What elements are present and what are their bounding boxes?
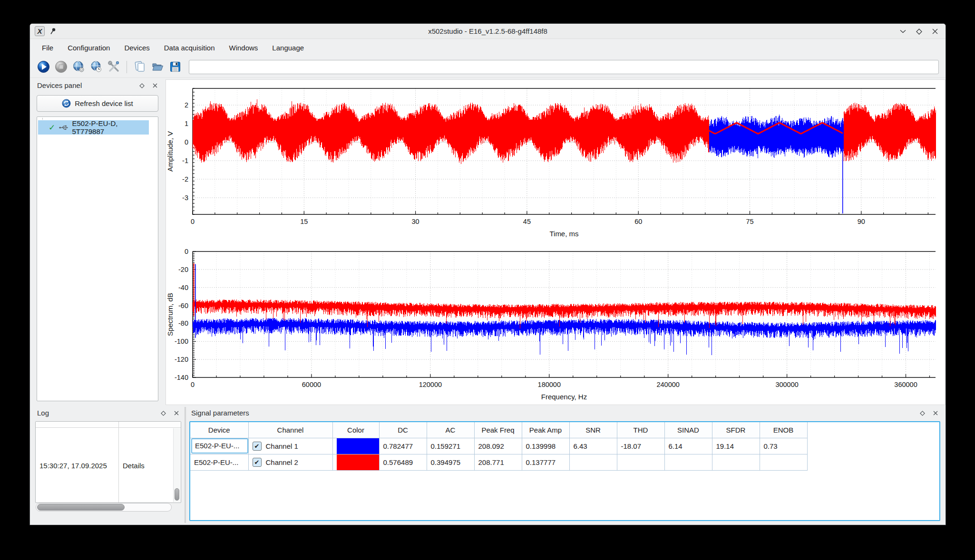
ac-cell: 0.159271 <box>427 438 474 454</box>
color-cell[interactable] <box>332 454 379 470</box>
menu-language[interactable]: Language <box>266 41 310 55</box>
svg-text:-1: -1 <box>182 157 188 164</box>
col-sinad[interactable]: SINAD <box>664 422 712 438</box>
device-cell[interactable]: E502-P-EU-... <box>190 438 248 454</box>
svg-text:30: 30 <box>412 218 419 225</box>
table-row: E502-P-EU-... ✔ Channel 2 0.576489 0.394… <box>190 454 807 470</box>
svg-text:240000: 240000 <box>656 381 679 388</box>
panel-splitter[interactable] <box>185 407 186 523</box>
refresh-icon <box>62 99 71 108</box>
svg-text:Time, ms: Time, ms <box>549 230 578 238</box>
app-window: X x502studio - E16_v1.2.5-68-g4ff148f8 <box>30 24 946 525</box>
signal-parameters-panel: Signal parameters <box>187 407 943 523</box>
log-panel-header: Log <box>33 407 184 420</box>
svg-text:0: 0 <box>185 248 188 255</box>
col-color[interactable]: Color <box>332 422 379 438</box>
network-settings-icon[interactable] <box>89 60 103 74</box>
signal-panel-close-icon[interactable] <box>932 410 939 416</box>
menu-devices[interactable]: Devices <box>118 41 156 55</box>
channel-2-checkbox[interactable]: ✔ <box>253 458 262 467</box>
device-item-label: E502-P-EU-D, 5T779887 <box>72 119 149 135</box>
channel-1-checkbox[interactable]: ✔ <box>253 442 262 451</box>
svg-text:0: 0 <box>185 138 188 146</box>
signal-panel-float-icon[interactable] <box>919 410 926 416</box>
channel-1-color-swatch <box>337 438 379 454</box>
stop-acquisition-button[interactable] <box>54 60 68 74</box>
window-maximize-icon[interactable] <box>915 28 923 35</box>
log-entry-timestamp: 15:30:27, 17.09.2025 <box>39 462 107 470</box>
device-cell[interactable]: E502-P-EU-... <box>190 454 248 470</box>
signal-table-frame: Device Channel Color DC AC Peak Freq Pea… <box>189 421 940 521</box>
open-file-icon[interactable] <box>151 60 164 74</box>
col-channel[interactable]: Channel <box>248 422 332 438</box>
col-device[interactable]: Device <box>190 422 248 438</box>
svg-text:300000: 300000 <box>775 381 798 388</box>
menu-configuration[interactable]: Configuration <box>61 41 116 55</box>
dc-cell: 0.576489 <box>379 454 427 470</box>
log-table-header <box>36 422 181 428</box>
channel-1-label: Channel 1 <box>266 442 298 450</box>
col-sfdr[interactable]: SFDR <box>712 422 760 438</box>
channel-2-color-swatch <box>337 454 379 470</box>
refresh-device-list-button[interactable]: Refresh device list <box>37 95 158 112</box>
usb-icon <box>59 125 68 131</box>
svg-text:0: 0 <box>191 218 195 225</box>
devices-panel-float-icon[interactable] <box>138 82 145 89</box>
window-shade-icon[interactable] <box>899 28 907 35</box>
device-tree-item[interactable]: ✓ E502-P-EU-D, 5T779887 <box>38 120 149 135</box>
sinad-cell <box>664 454 712 470</box>
network-discover-icon[interactable] <box>72 60 85 74</box>
col-enob[interactable]: ENOB <box>760 422 807 438</box>
desktop-background: X x502studio - E16_v1.2.5-68-g4ff148f8 <box>0 0 975 560</box>
window-titlebar[interactable]: X x502studio - E16_v1.2.5-68-g4ff148f8 <box>30 24 946 39</box>
tools-icon[interactable] <box>107 60 120 74</box>
log-vertical-scrollbar[interactable] <box>173 428 180 502</box>
log-vertical-scrollbar-thumb[interactable] <box>175 488 179 501</box>
spectrum-plot[interactable]: 0600001200001800002400003000003600000-20… <box>166 242 946 406</box>
svg-text:90: 90 <box>858 218 865 225</box>
enob-cell: 0.73 <box>760 438 807 454</box>
log-column-divider <box>118 422 119 502</box>
refresh-device-list-label: Refresh device list <box>75 99 133 107</box>
channel-cell: ✔ Channel 1 <box>248 438 332 454</box>
time-plot[interactable]: 0153045607590210-1-2-3Time, msAmplitude,… <box>166 79 946 242</box>
plots-panel: 0153045607590210-1-2-3Time, msAmplitude,… <box>166 79 946 405</box>
log-panel: Log 15:30:27, 17.09.2025 Details <box>33 407 184 523</box>
menu-bar: File Configuration Devices Data acquisit… <box>30 39 946 56</box>
col-snr[interactable]: SNR <box>569 422 617 438</box>
svg-text:0: 0 <box>191 381 195 388</box>
log-panel-float-icon[interactable] <box>160 410 166 416</box>
col-peak-freq[interactable]: Peak Freq <box>474 422 522 438</box>
col-dc[interactable]: DC <box>379 422 427 438</box>
toolbar <box>30 56 946 78</box>
start-acquisition-button[interactable] <box>37 60 50 74</box>
menu-data-acquisition[interactable]: Data acquisition <box>158 41 221 55</box>
color-cell[interactable] <box>332 438 379 454</box>
svg-text:180000: 180000 <box>538 381 561 388</box>
col-ac[interactable]: AC <box>427 422 474 438</box>
table-row: E502-P-EU-... ✔ Channel 1 0.782477 0.159… <box>190 438 807 454</box>
svg-text:15: 15 <box>300 218 308 225</box>
sfdr-cell: 19.14 <box>712 438 760 454</box>
enob-cell <box>760 454 807 470</box>
save-file-icon[interactable] <box>168 60 182 74</box>
svg-text:-3: -3 <box>182 194 188 202</box>
col-thd[interactable]: THD <box>617 422 664 438</box>
svg-text:120000: 120000 <box>419 381 442 388</box>
copy-data-icon[interactable] <box>133 60 146 74</box>
toolbar-separator <box>127 61 127 73</box>
svg-text:-120: -120 <box>175 356 188 363</box>
devices-panel-close-icon[interactable] <box>152 82 158 89</box>
window-close-icon[interactable] <box>931 28 939 35</box>
log-panel-close-icon[interactable] <box>173 410 180 416</box>
log-horizontal-scrollbar[interactable] <box>36 503 172 512</box>
menu-file[interactable]: File <box>36 41 59 55</box>
log-horizontal-scrollbar-thumb[interactable] <box>37 504 125 511</box>
snr-cell: 6.43 <box>569 438 617 454</box>
menu-windows[interactable]: Windows <box>223 41 264 55</box>
toolbar-input[interactable] <box>189 60 939 74</box>
svg-text:Amplitude, V: Amplitude, V <box>166 131 174 172</box>
log-entry-details[interactable]: Details <box>123 462 145 470</box>
col-peak-amp[interactable]: Peak Amp <box>522 422 569 438</box>
table-header-row: Device Channel Color DC AC Peak Freq Pea… <box>190 422 807 438</box>
